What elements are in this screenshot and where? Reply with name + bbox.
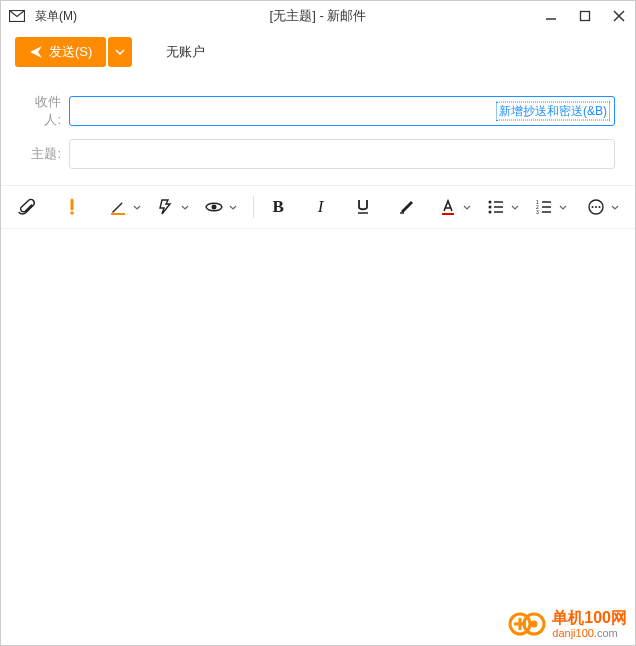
quickstyle-dropdown[interactable] (181, 205, 189, 210)
priority-button[interactable] (57, 192, 87, 222)
watermark-line1: 单机100网 (552, 609, 627, 627)
no-account-label[interactable]: 无账户 (166, 43, 205, 61)
bullet-list-button[interactable] (481, 192, 511, 222)
font-color-button[interactable] (433, 192, 463, 222)
svg-point-26 (598, 206, 600, 208)
svg-rect-7 (111, 213, 125, 215)
quickstyle-button[interactable] (151, 192, 181, 222)
window-controls (543, 8, 627, 24)
minimize-button[interactable] (543, 8, 559, 24)
more-button[interactable] (581, 192, 611, 222)
bold-button[interactable]: B (263, 192, 293, 222)
watermark-text: 单机100网 danji100.com (552, 609, 627, 639)
font-color-dropdown[interactable] (463, 205, 471, 210)
message-body[interactable] (1, 229, 635, 609)
send-button[interactable]: 发送(S) (15, 37, 106, 67)
titlebar: 菜单(M) [无主题] - 新邮件 (1, 1, 635, 31)
subject-input[interactable] (69, 139, 615, 169)
numbered-list-button[interactable]: 123 (529, 192, 559, 222)
send-dropdown[interactable] (108, 37, 132, 67)
svg-point-11 (488, 201, 491, 204)
watermark-logo-icon (508, 609, 548, 639)
svg-text:3: 3 (536, 209, 539, 215)
format-toolbar: B I 123 (1, 185, 635, 229)
close-button[interactable] (611, 8, 627, 24)
more-dropdown[interactable] (611, 205, 619, 210)
svg-point-15 (488, 211, 491, 214)
svg-rect-10 (442, 213, 454, 215)
underline-button[interactable] (348, 192, 378, 222)
clear-format-button[interactable] (391, 192, 421, 222)
visibility-dropdown[interactable] (229, 205, 237, 210)
subject-row: 主题: (21, 139, 615, 169)
watermark-line2: danji100.com (552, 627, 627, 639)
maximize-button[interactable] (577, 8, 593, 24)
svg-point-6 (70, 211, 74, 215)
attachment-button[interactable] (11, 192, 41, 222)
mail-icon (9, 10, 25, 22)
svg-rect-2 (581, 12, 590, 21)
send-icon (29, 45, 43, 59)
recipient-label: 收件人: (21, 93, 69, 129)
watermark: 单机100网 danji100.com (508, 609, 627, 639)
visibility-button[interactable] (199, 192, 229, 222)
italic-button[interactable]: I (306, 192, 336, 222)
send-label: 发送(S) (49, 43, 92, 61)
action-bar: 发送(S) 无账户 (1, 31, 635, 73)
recipient-row: 收件人: 新增抄送和密送(&B) (21, 93, 615, 129)
subject-label: 主题: (21, 145, 69, 163)
svg-point-8 (211, 205, 216, 210)
bullet-list-dropdown[interactable] (511, 205, 519, 210)
highlight-dropdown[interactable] (133, 205, 141, 210)
highlight-button[interactable] (103, 192, 133, 222)
svg-point-13 (488, 206, 491, 209)
numbered-list-dropdown[interactable] (559, 205, 567, 210)
svg-point-29 (531, 621, 538, 628)
window-title: [无主题] - 新邮件 (270, 7, 367, 25)
svg-point-25 (595, 206, 597, 208)
header-fields: 收件人: 新增抄送和密送(&B) 主题: (1, 73, 635, 185)
recipient-input[interactable]: 新增抄送和密送(&B) (69, 96, 615, 126)
add-cc-bcc-link[interactable]: 新增抄送和密送(&B) (496, 102, 610, 121)
svg-point-24 (591, 206, 593, 208)
toolbar-separator (253, 196, 254, 218)
menu-button[interactable]: 菜单(M) (35, 8, 77, 25)
